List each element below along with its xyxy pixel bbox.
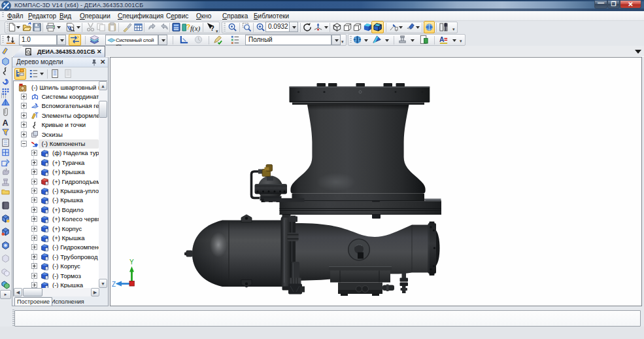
svg-text:Y: Y — [129, 259, 134, 266]
svg-text:?: ? — [211, 25, 214, 32]
svg-text:Z: Z — [112, 281, 116, 288]
svg-text:A: A — [3, 118, 8, 127]
svg-text:A: A — [439, 36, 445, 43]
